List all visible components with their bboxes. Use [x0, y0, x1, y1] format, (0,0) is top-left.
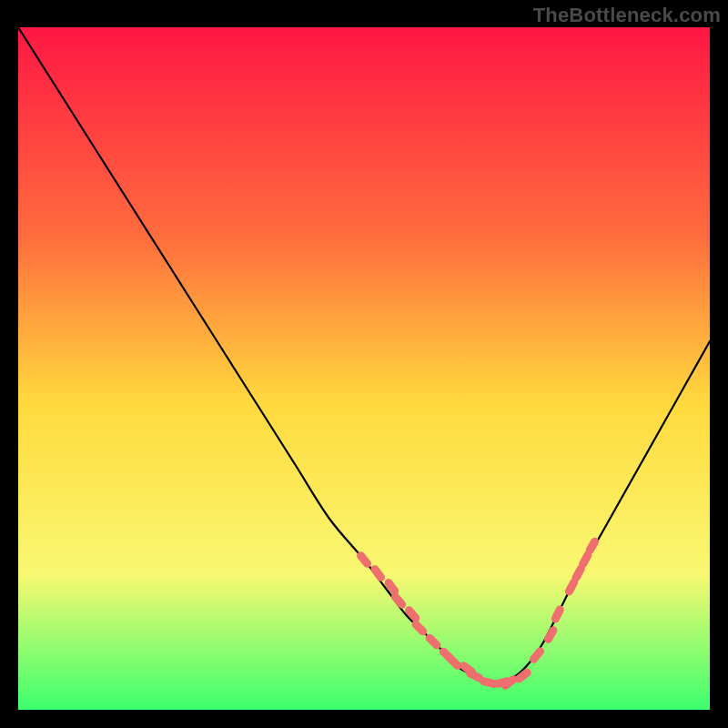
highlight-marker	[375, 570, 381, 578]
highlight-marker	[430, 638, 437, 645]
highlight-marker	[450, 659, 458, 666]
chart-svg	[18, 27, 710, 710]
highlight-marker	[583, 555, 588, 564]
watermark-text: TheBottleneck.com	[533, 4, 721, 27]
highlight-marker	[534, 652, 541, 660]
highlight-marker	[470, 673, 480, 678]
gradient-background	[18, 27, 710, 710]
highlight-marker	[555, 610, 560, 619]
plot-area	[18, 27, 710, 710]
highlight-marker	[505, 680, 513, 686]
chart-frame: TheBottleneck.com	[0, 0, 728, 728]
highlight-marker	[416, 624, 423, 632]
highlight-marker	[548, 631, 553, 640]
highlight-marker	[483, 682, 493, 684]
highlight-marker	[410, 611, 416, 618]
highlight-marker	[361, 556, 368, 564]
highlight-marker	[569, 582, 573, 592]
highlight-marker	[389, 583, 395, 592]
highlight-marker	[519, 672, 527, 679]
highlight-marker	[590, 541, 594, 551]
highlight-marker	[395, 597, 401, 604]
highlight-marker	[576, 569, 581, 578]
